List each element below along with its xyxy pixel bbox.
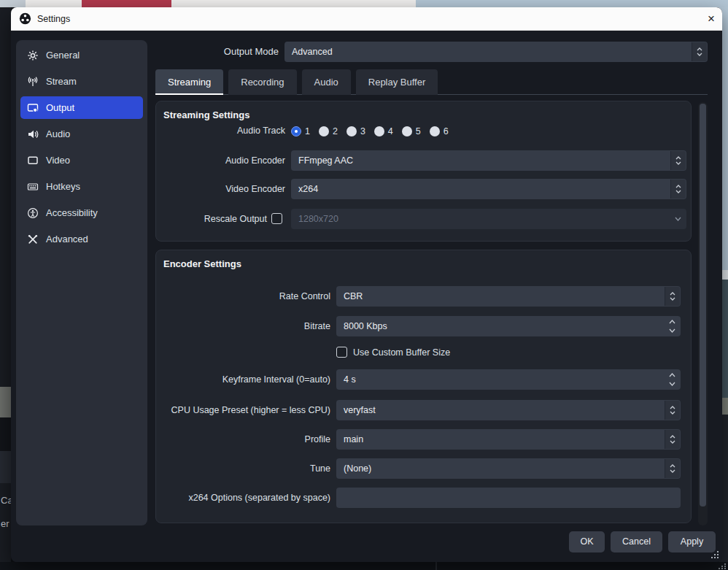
sidebar-item-hotkeys[interactable]: Hotkeys [20, 175, 143, 198]
dialog-titlebar[interactable]: Settings × [11, 7, 722, 31]
settings-dialog: Settings × General Stream [11, 7, 722, 562]
rate-control-select[interactable]: CBR [336, 286, 681, 307]
rescale-resolution-select[interactable]: 1280x720 [291, 209, 686, 229]
audio-track-label: Audio Track [156, 125, 285, 136]
profile-select[interactable]: main [336, 429, 681, 450]
spinner-arrows-icon [665, 370, 680, 389]
close-icon[interactable]: × [700, 8, 722, 30]
use-custom-buffer-size-checkbox[interactable] [336, 347, 347, 358]
audio-track-option-5[interactable]: 5 [402, 126, 421, 136]
cancel-button[interactable]: Cancel [611, 531, 662, 552]
sidebar-item-label: Stream [46, 76, 77, 87]
background-bottom-strip [0, 562, 728, 570]
audio-track-option-3[interactable]: 3 [346, 126, 365, 136]
cpu-usage-preset-label: CPU Usage Preset (higher = less CPU) [156, 400, 330, 420]
chevron-updown-icon [665, 401, 680, 420]
keyframe-interval-spinbox[interactable]: 4 s [336, 369, 681, 390]
tab-recording[interactable]: Recording [228, 69, 296, 95]
sidebar-item-label: General [46, 50, 80, 61]
radio-selected-icon [291, 126, 301, 136]
radio-icon [346, 126, 357, 136]
sidebar-item-label: Audio [46, 128, 70, 139]
profile-label: Profile [156, 429, 330, 450]
dialog-resize-grip[interactable] [710, 550, 719, 559]
sidebar-item-stream[interactable]: Stream [20, 70, 143, 93]
sidebar-item-output[interactable]: Output [20, 96, 143, 119]
audio-encoder-value: FFmpeg AAC [298, 150, 353, 171]
accessibility-icon [27, 207, 39, 219]
sidebar-item-accessibility[interactable]: Accessibility [20, 201, 143, 224]
rescale-output-checkbox[interactable] [271, 213, 282, 224]
background-text-fragment: er [1, 518, 11, 529]
monitor-icon [27, 155, 39, 166]
background-left-strip: Ca er [0, 7, 11, 570]
audio-track-option-1[interactable]: 1 [291, 126, 310, 136]
gear-icon [27, 50, 39, 61]
keyframe-interval-label: Keyframe Interval (0=auto) [156, 369, 330, 390]
broadcast-icon [27, 76, 39, 88]
tab-replay-buffer[interactable]: Replay Buffer [356, 69, 438, 95]
output-mode-select[interactable]: Advanced [284, 42, 708, 62]
chevron-updown-icon [665, 287, 680, 306]
streaming-settings-card: Streaming Settings Audio Track 1 2 3 4 [155, 101, 692, 242]
cpu-usage-preset-value: veryfast [344, 400, 376, 420]
bitrate-value: 8000 Kbps [344, 316, 387, 336]
tune-select[interactable]: (None) [336, 458, 681, 479]
sidebar-item-advanced[interactable]: Advanced [20, 228, 143, 250]
sidebar-item-label: Advanced [46, 234, 88, 244]
output-mode-value: Advanced [292, 42, 333, 62]
dialog-footer: OK Cancel Apply [569, 531, 716, 552]
spinner-arrows-icon [665, 317, 680, 336]
encoder-settings-card: Encoder Settings Rate Control CBR Bitrat… [155, 250, 692, 523]
sidebar-item-audio[interactable]: Audio [20, 123, 143, 145]
sidebar-item-label: Video [46, 155, 70, 166]
chevron-updown-icon [665, 459, 680, 478]
sidebar-item-label: Accessibility [46, 207, 98, 218]
cpu-usage-preset-select[interactable]: veryfast [336, 400, 681, 420]
sidebar-item-video[interactable]: Video [20, 149, 143, 172]
video-encoder-label: Video Encoder [156, 179, 285, 199]
settings-sidebar: General Stream Output [16, 40, 147, 525]
speaker-icon [27, 128, 39, 140]
background-text-fragment: Ca [1, 495, 11, 506]
x264-options-input[interactable] [336, 488, 681, 508]
rate-control-label: Rate Control [156, 286, 330, 307]
tab-audio[interactable]: Audio [302, 69, 351, 95]
sidebar-item-general[interactable]: General [20, 44, 143, 66]
tab-streaming[interactable]: Streaming [155, 69, 223, 95]
chevron-updown-icon [670, 180, 686, 199]
audio-track-option-6[interactable]: 6 [430, 126, 449, 136]
keyframe-interval-value: 4 s [344, 369, 356, 390]
background-red-bar [82, 0, 171, 7]
audio-encoder-select[interactable]: FFmpeg AAC [291, 150, 686, 171]
background-block [0, 451, 11, 483]
dialog-body: General Stream Output [11, 31, 722, 562]
audio-track-option-4[interactable]: 4 [374, 126, 393, 136]
x264-options-label: x264 Options (separated by space) [156, 488, 330, 508]
content-scrollbar-track[interactable] [698, 102, 708, 525]
output-icon [27, 102, 39, 114]
apply-button[interactable]: Apply [668, 531, 716, 552]
chevron-updown-icon [665, 430, 680, 449]
profile-value: main [344, 429, 363, 450]
window-resize-grip[interactable] [719, 563, 726, 569]
use-custom-buffer-size-label: Use Custom Buffer Size [353, 347, 450, 358]
radio-icon [374, 126, 384, 136]
background-top-strip [0, 0, 728, 7]
video-encoder-select[interactable]: x264 [291, 179, 686, 199]
rate-control-value: CBR [344, 286, 363, 307]
streaming-settings-title: Streaming Settings [163, 109, 249, 120]
audio-track-radios: 1 2 3 4 5 [291, 126, 449, 136]
content-scrollbar-thumb[interactable] [700, 104, 706, 507]
tools-icon [27, 234, 39, 245]
background-block [0, 387, 11, 417]
rescale-output-label: Rescale Output [156, 209, 267, 229]
bitrate-spinbox[interactable]: 8000 Kbps [336, 316, 681, 336]
dialog-title: Settings [37, 14, 70, 24]
background-block [0, 417, 11, 451]
ok-button[interactable]: OK [569, 531, 605, 552]
video-encoder-value: x264 [298, 179, 318, 199]
chevron-down-icon [670, 209, 686, 228]
bitrate-label: Bitrate [156, 316, 330, 336]
audio-track-option-2[interactable]: 2 [319, 126, 338, 136]
